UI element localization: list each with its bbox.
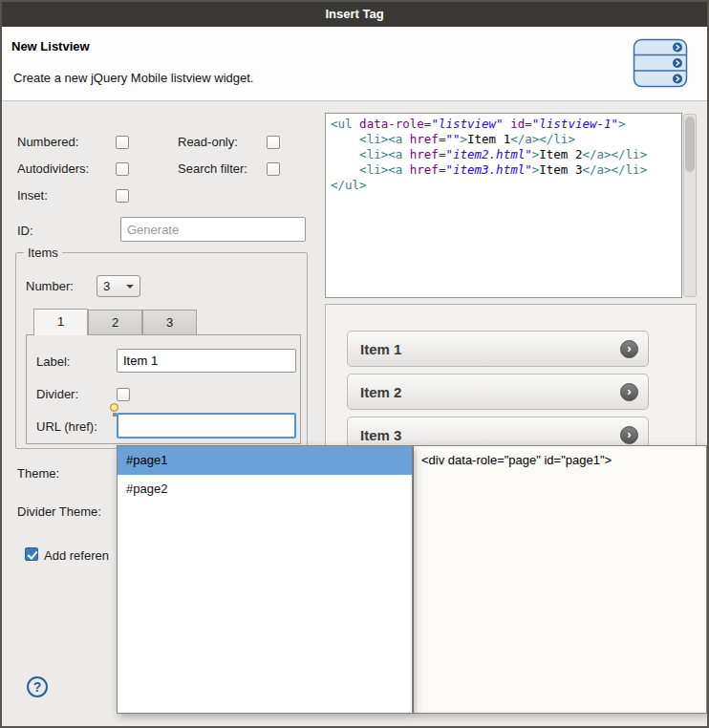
searchfilter-checkbox[interactable] xyxy=(267,162,280,176)
chevron-right-icon: › xyxy=(620,383,638,401)
numbered-label: Numbered: xyxy=(17,135,78,149)
code-editor[interactable]: <ul data-role="listview" id="listview-1"… xyxy=(325,113,682,298)
content-assist-lightbulb-icon xyxy=(110,403,118,412)
preview-item-2-label: Item 2 xyxy=(360,384,401,400)
item-tab-1[interactable]: 1 xyxy=(33,309,88,335)
autodividers-checkbox[interactable] xyxy=(116,162,129,176)
chevron-right-icon: › xyxy=(620,340,638,358)
wizard-header: New Listview Create a new jQuery Mobile … xyxy=(2,27,707,101)
item-label-input[interactable] xyxy=(117,349,296,373)
add-reference-label: Add referen xyxy=(44,548,109,563)
divider-theme-label: Divider Theme: xyxy=(17,504,101,519)
listview-widget-icon xyxy=(633,38,688,88)
theme-label: Theme: xyxy=(17,466,59,481)
add-reference-checkbox[interactable] xyxy=(25,547,38,561)
inset-label: Inset: xyxy=(17,188,48,203)
item-divider-label: Divider: xyxy=(36,387,78,401)
item-tab-1-label: 1 xyxy=(57,314,64,329)
item-tab-2[interactable]: 2 xyxy=(88,310,142,335)
autocomplete-option-page2[interactable]: #page2 xyxy=(118,475,412,503)
autocomplete-option-page1[interactable]: #page1 xyxy=(118,446,412,475)
items-group: Items Number: 3 1 2 3 Label: Divider: UR… xyxy=(15,252,308,449)
code-scrollbar[interactable] xyxy=(683,114,697,297)
item-url-label: URL (href): xyxy=(36,419,97,434)
help-button[interactable]: ? xyxy=(27,676,48,697)
autocomplete-info-text: <div data-role="page" id="page1"> xyxy=(421,453,698,467)
readonly-label: Read-only: xyxy=(178,135,238,149)
chevron-down-icon xyxy=(126,285,134,289)
readonly-checkbox[interactable] xyxy=(267,136,280,149)
numbered-checkbox[interactable] xyxy=(116,136,129,149)
preview-item-3-label: Item 3 xyxy=(360,427,401,443)
number-select[interactable]: 3 xyxy=(97,275,140,297)
help-button-label: ? xyxy=(33,679,42,695)
number-label: Number: xyxy=(26,279,74,293)
preview-list-item-1: Item 1 › xyxy=(347,331,649,367)
window-title: Insert Tag xyxy=(325,7,383,21)
inset-checkbox[interactable] xyxy=(116,189,129,203)
items-group-title: Items xyxy=(24,246,62,260)
id-input[interactable] xyxy=(120,217,306,242)
wizard-title: New Listview xyxy=(11,39,90,54)
autocomplete-popup: #page1 #page2 xyxy=(117,445,413,714)
preview-list-item-2: Item 2 › xyxy=(347,374,649,410)
item-divider-checkbox[interactable] xyxy=(117,388,130,401)
chevron-right-icon: › xyxy=(620,426,638,444)
item-tab-panel: Label: Divider: URL (href): xyxy=(26,334,301,444)
autodividers-label: Autodividers: xyxy=(17,161,89,176)
item-label-label: Label: xyxy=(36,354,70,369)
insert-tag-dialog: Insert Tag New Listview Create a new jQu… xyxy=(0,0,709,728)
window-title-bar[interactable]: Insert Tag xyxy=(2,2,707,27)
autocomplete-info-popup: <div data-role="page" id="page1"> xyxy=(413,445,707,714)
wizard-description: Create a new jQuery Mobile listview widg… xyxy=(13,71,253,85)
preview-item-1-label: Item 1 xyxy=(360,341,401,357)
item-tab-3[interactable]: 3 xyxy=(142,310,197,335)
item-tab-2-label: 2 xyxy=(112,315,118,330)
item-url-input[interactable] xyxy=(117,413,296,439)
item-tab-3-label: 3 xyxy=(166,315,173,330)
code-scrollbar-thumb[interactable] xyxy=(685,117,695,172)
searchfilter-label: Search filter: xyxy=(178,161,247,176)
number-select-value: 3 xyxy=(103,279,110,293)
id-label: ID: xyxy=(17,224,33,238)
